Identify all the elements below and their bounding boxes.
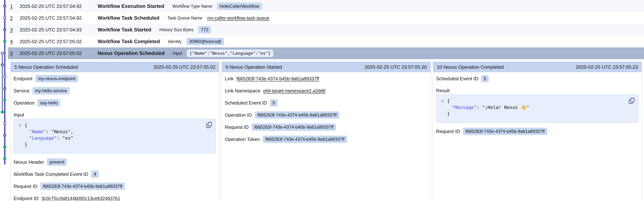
field-scheduled-event-id: Scheduled Event ID 5 <box>436 75 639 83</box>
event-timestamp: 2025-02-25 UTC 23:57:05.02 <box>20 51 92 56</box>
field-value-badge: say-hello <box>38 99 60 107</box>
json-brace: } <box>24 141 27 148</box>
panel-body: Endpoint my-nexus-endpoint Service my-he… <box>11 72 219 201</box>
panel-timestamp: 2025-02-25 UTC 23:57:05.20 <box>364 64 426 70</box>
field-value-badge: f665283f-743e-4374-b45b-9a61a89337ff <box>40 183 125 190</box>
field-value-badge: present <box>47 158 67 166</box>
json-line: "Message": "¡Hola! Nexus 👋" <box>441 104 634 111</box>
panel-timestamp: 2025-02-25 UTC 23:57:05.02 <box>154 64 216 70</box>
task-queue-link[interactable]: my-caller-workflow-task-queue <box>207 16 269 21</box>
event-id-link[interactable]: 2 <box>10 15 15 21</box>
field-link-namespace: Link Namespace phil-target-namespace2.a2… <box>225 87 427 95</box>
event-status-dot-completed <box>1 111 4 113</box>
json-line: } <box>441 111 634 117</box>
field-result-label: Result <box>436 87 639 94</box>
json-line: } <box>18 141 212 148</box>
field-operation-id: Operation ID f665283f-743e-4374-b45b-9a6… <box>225 111 427 119</box>
panel-body: Scheduled Event ID 5 Result ∨{ "Message"… <box>433 72 642 135</box>
field-label: Request ID <box>436 129 460 134</box>
json-key: "Language" <box>29 135 57 141</box>
copy-icon <box>206 122 212 128</box>
event-timestamp: 2025-02-25 UTC 23:57:05.02 <box>20 39 92 45</box>
event-attr-label: Workflow Type Name <box>172 4 212 9</box>
field-label: Request ID <box>14 183 38 189</box>
timeline-branch-line <box>2 53 3 112</box>
json-line: "Name": "Nexus", <box>18 128 212 135</box>
panel-title: 6 Nexus Operation Started <box>226 64 282 70</box>
event-status-dot-scheduled <box>4 75 6 78</box>
json-viewer-result: ∨{ "Message": "¡Hola! Nexus 👋" } <box>436 95 638 123</box>
field-service: Service my-hello-service <box>14 87 216 95</box>
event-attr-value-badge: HelloCallerWorkflow <box>217 3 262 10</box>
event-status-dot-scheduled <box>4 122 6 125</box>
event-name: Workflow Task Scheduled <box>98 15 160 21</box>
json-line: "Language": "es" <box>18 135 212 141</box>
field-operation-token: Operation Token f665283f-743e-4374-b45b-… <box>225 135 427 143</box>
copy-button[interactable] <box>628 97 635 104</box>
link-namespace-link[interactable]: phil-target-namespace2.a2dd6 <box>263 88 326 94</box>
event-name: Workflow Execution Started <box>98 4 164 9</box>
json-viewer-input: ∨{ "Name": "Nexus", "Language": "es" } <box>14 119 216 153</box>
panel-nexus-operation-completed: 10 Nexus Operation Completed 2025-02-25 … <box>433 62 642 201</box>
field-label: Nexus Header <box>14 159 44 165</box>
field-request-id: Request ID f665283f-743e-4374-b45b-9a61a… <box>225 123 427 131</box>
field-label: Link Namespace <box>225 88 260 94</box>
field-label: Workflow Task Completed Event ID <box>14 171 88 177</box>
field-label: Operation ID <box>225 112 252 118</box>
event-timestamp: 2025-02-25 UTC 23:57:04.93 <box>20 27 92 33</box>
event-name: Workflow Task Started <box>98 27 151 33</box>
event-attr-label: History Size Bytes <box>160 27 194 32</box>
link-value-link[interactable]: f665283f-743e-4374-b45b-9a61a89337ff <box>236 76 319 81</box>
event-timestamp: 2025-02-25 UTC 23:57:04.92 <box>20 4 92 9</box>
collapse-chevron-icon[interactable]: ∨ <box>18 122 24 128</box>
field-scheduled-event-id: Scheduled Event ID 5 <box>225 99 427 107</box>
event-status-dot-completed <box>4 146 6 148</box>
field-label: Service <box>14 88 30 94</box>
field-link: Link f665283f-743e-4374-b45b-9a61a89337f… <box>225 75 427 83</box>
event-row[interactable]: 4 2025-02-25 UTC 23:57:05.02 Workflow Ta… <box>8 36 644 47</box>
field-label: Endpoint <box>14 76 32 82</box>
event-status-dot-completed <box>4 99 6 101</box>
event-id-link[interactable]: 5 <box>10 51 15 56</box>
json-value: : "¡Hola! Nexus 👋" <box>476 104 529 111</box>
panel-timestamp: 2025-02-25 UTC 23:57:05.23 <box>576 64 638 70</box>
field-value-badge: my-hello-service <box>32 87 70 94</box>
field-value-badge: f665283f-743e-4374-b45b-9a61a89337ff <box>463 128 547 135</box>
event-row[interactable]: 2 2025-02-25 UTC 23:57:04.92 Workflow Ta… <box>8 12 644 24</box>
json-brace: } <box>447 111 450 117</box>
event-attr-label: Input <box>173 51 182 56</box>
event-attr-value-badge: {"Name":"Nexus","Language":"es"} <box>187 50 273 57</box>
event-detail-panels: 5 Nexus Operation Scheduled 2025-02-25 U… <box>10 62 642 201</box>
timeline-main-line <box>4 0 6 164</box>
event-row[interactable]: 3 2025-02-25 UTC 23:57:04.93 Workflow Ta… <box>8 24 644 36</box>
field-label: Scheduled Event ID <box>436 76 478 82</box>
panel-header: 6 Nexus Operation Started 2025-02-25 UTC… <box>222 62 430 72</box>
endpoint-id-link[interactable]: 3c0c75ccfa8144b092c13ce632463761 <box>42 196 120 201</box>
field-input-label: Input <box>14 111 216 118</box>
field-value-badge: 5 <box>270 99 278 107</box>
event-attr-label: Identity <box>168 39 182 44</box>
field-label: Scheduled Event ID <box>225 100 267 106</box>
panel-title: 5 Nexus Operation Scheduled <box>14 64 78 70</box>
json-brace: { <box>447 98 450 104</box>
event-row[interactable]: 1 2025-02-25 UTC 23:57:04.92 Workflow Ex… <box>8 0 644 12</box>
event-id-link[interactable]: 4 <box>10 39 15 45</box>
event-status-dot-scheduled <box>4 17 6 19</box>
collapse-chevron-icon[interactable]: ∨ <box>441 98 447 104</box>
field-label: Endpoint ID <box>14 196 38 201</box>
event-row-selected[interactable]: 5 2025-02-25 UTC 23:57:05.02 Nexus Opera… <box>8 47 644 59</box>
field-request-id: Request ID f665283f-743e-4374-b45b-9a61a… <box>14 182 216 190</box>
event-status-dot-started <box>4 87 6 90</box>
json-key: "Name" <box>29 128 46 135</box>
panel-header: 5 Nexus Operation Scheduled 2025-02-25 U… <box>11 62 219 72</box>
event-timeline-graph <box>0 0 8 201</box>
json-line: ∨{ <box>18 122 212 128</box>
copy-button[interactable] <box>206 122 213 129</box>
field-endpoint-id: Endpoint ID 3c0c75ccfa8144b092c13ce63246… <box>14 194 216 201</box>
field-endpoint: Endpoint my-nexus-endpoint <box>14 75 216 83</box>
panel-nexus-operation-started: 6 Nexus Operation Started 2025-02-25 UTC… <box>222 62 430 201</box>
event-id-link[interactable]: 1 <box>10 4 15 9</box>
json-line: ∨{ <box>441 98 634 104</box>
event-id-link[interactable]: 3 <box>10 27 15 33</box>
event-status-dot-started <box>4 134 6 136</box>
